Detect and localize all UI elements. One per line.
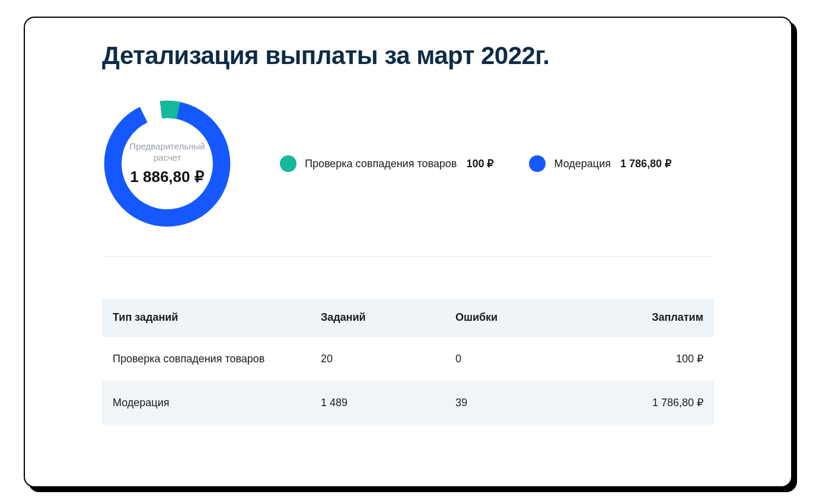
donut-label-line2: расчет	[154, 152, 181, 162]
legend-amount: 100 ₽	[466, 157, 493, 170]
legend-item-matching: Проверка совпадения товаров 100 ₽	[280, 155, 493, 172]
legend-label: Проверка совпадения товаров	[305, 158, 457, 170]
cell-tasks: 20	[310, 337, 445, 381]
divider	[102, 256, 714, 257]
donut-chart: Предварительный расчет 1 886,80 ₽	[102, 98, 232, 229]
table-header-row: Тип заданий Заданий Ошибки Заплатим	[102, 298, 714, 337]
legend-label: Модерация	[554, 158, 610, 170]
th-tasks: Заданий	[310, 298, 445, 337]
legend-amount: 1 786,80 ₽	[620, 157, 671, 170]
donut-label-line1: Предварительный	[129, 141, 205, 151]
summary-row: Предварительный расчет 1 886,80 ₽ Провер…	[102, 98, 714, 229]
donut-total: 1 886,80 ₽	[130, 168, 204, 186]
cell-pay: 100 ₽	[579, 337, 714, 381]
page-title: Детализация выплаты за март 2022г.	[102, 42, 714, 70]
cell-errors: 39	[445, 381, 579, 425]
legend-item-moderation: Модерация 1 786,80 ₽	[529, 155, 671, 172]
donut-label: Предварительный расчет	[129, 141, 205, 164]
payout-detail-card: Детализация выплаты за март 2022г. Предв…	[24, 17, 792, 487]
table-row: Проверка совпадения товаров 20 0 100 ₽	[102, 337, 714, 381]
payout-table: Тип заданий Заданий Ошибки Заплатим Пров…	[102, 298, 714, 425]
donut-center: Предварительный расчет 1 886,80 ₽	[102, 98, 232, 229]
legend-dot-icon	[529, 155, 546, 172]
table-row: Модерация 1 489 39 1 786,80 ₽	[102, 381, 714, 425]
cell-tasks: 1 489	[310, 381, 445, 425]
cell-type: Проверка совпадения товаров	[102, 337, 310, 381]
th-type: Тип заданий	[102, 298, 310, 337]
legend-dot-icon	[280, 155, 297, 172]
th-errors: Ошибки	[445, 298, 579, 337]
legend: Проверка совпадения товаров 100 ₽ Модера…	[280, 155, 671, 172]
th-pay: Заплатим	[579, 298, 714, 337]
cell-pay: 1 786,80 ₽	[579, 381, 714, 425]
cell-type: Модерация	[102, 381, 310, 425]
cell-errors: 0	[445, 337, 579, 381]
